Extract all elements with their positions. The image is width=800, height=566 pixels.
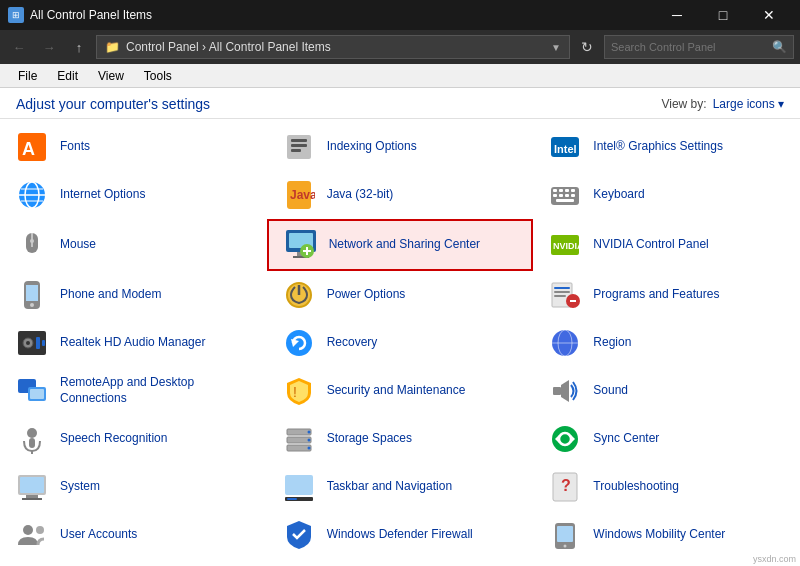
app-icon: ⊞	[8, 7, 24, 23]
grid-item-fonts[interactable]: AFonts	[0, 123, 267, 171]
grid-item-taskbar[interactable]: Taskbar and Navigation	[267, 463, 534, 511]
address-bar[interactable]: 📁 Control Panel › All Control Panel Item…	[96, 35, 570, 59]
svg-text:A: A	[22, 139, 35, 159]
view-by-link[interactable]: Large icons ▾	[713, 97, 784, 111]
system-icon	[14, 469, 50, 505]
menu-item-file[interactable]: File	[8, 67, 47, 85]
svg-point-87	[564, 545, 567, 548]
svg-text:Java: Java	[290, 188, 315, 202]
grid-item-troubleshooting[interactable]: ?Troubleshooting	[533, 463, 800, 511]
grid-item-java[interactable]: JavaJava (32-bit)	[267, 171, 534, 219]
nvidia-label: NVIDIA Control Panel	[593, 237, 708, 253]
maximize-button[interactable]: □	[700, 0, 746, 30]
user-accounts-icon	[14, 517, 50, 553]
menu-item-tools[interactable]: Tools	[134, 67, 182, 85]
grid-item-phone-modem[interactable]: Phone and Modem	[0, 271, 267, 319]
svg-text:?: ?	[561, 477, 571, 494]
grid-item-keyboard[interactable]: Keyboard	[533, 171, 800, 219]
svg-rect-42	[554, 291, 570, 293]
svg-rect-21	[559, 194, 563, 197]
svg-rect-16	[553, 189, 557, 192]
storage-label: Storage Spaces	[327, 431, 412, 447]
svg-rect-66	[287, 437, 311, 443]
svg-rect-63	[29, 438, 35, 448]
svg-rect-19	[571, 189, 575, 192]
remoteapp-icon	[14, 373, 50, 409]
power-options-icon	[281, 277, 317, 313]
grid-item-programs-features[interactable]: Programs and Features	[533, 271, 800, 319]
grid-item-power-options[interactable]: Power Options	[267, 271, 534, 319]
grid-item-windows-mobility[interactable]: Windows Mobility Center	[533, 511, 800, 559]
search-icon[interactable]: 🔍	[772, 40, 787, 54]
svg-point-69	[307, 439, 310, 442]
view-by-label: View by:	[661, 97, 706, 111]
grid-item-indexing-options[interactable]: Indexing Options	[267, 123, 534, 171]
grid-item-system[interactable]: System	[0, 463, 267, 511]
grid-item-windows-defender[interactable]: Windows Defender Firewall	[267, 511, 534, 559]
grid-item-sound[interactable]: Sound	[533, 367, 800, 415]
fonts-label: Fonts	[60, 139, 90, 155]
forward-button[interactable]: →	[36, 34, 62, 60]
system-label: System	[60, 479, 100, 495]
svg-rect-24	[556, 199, 574, 202]
region-label: Region	[593, 335, 631, 351]
svg-rect-18	[565, 189, 569, 192]
search-input[interactable]	[611, 41, 768, 53]
speech-icon	[14, 421, 50, 457]
svg-rect-77	[22, 498, 42, 500]
title-bar: ⊞ All Control Panel Items ─ □ ✕	[0, 0, 800, 30]
troubleshooting-label: Troubleshooting	[593, 479, 679, 495]
grid-item-security-maintenance[interactable]: !Security and Maintenance	[267, 367, 534, 415]
svg-rect-3	[291, 139, 307, 142]
address-text: Control Panel › All Control Panel Items	[126, 40, 545, 54]
address-icon: 📁	[105, 40, 120, 54]
keyboard-icon	[547, 177, 583, 213]
minimize-button[interactable]: ─	[654, 0, 700, 30]
back-button[interactable]: ←	[6, 34, 32, 60]
keyboard-label: Keyboard	[593, 187, 644, 203]
java-label: Java (32-bit)	[327, 187, 394, 203]
recovery-icon	[281, 325, 317, 361]
page-title: Adjust your computer's settings	[16, 96, 210, 112]
grid-item-windows-to[interactable]: Windows To…	[0, 559, 267, 566]
grid-item-recovery[interactable]: Recovery	[267, 319, 534, 367]
grid-item-internet-options[interactable]: Internet Options	[0, 171, 267, 219]
menu-item-edit[interactable]: Edit	[47, 67, 88, 85]
windows-defender-icon	[281, 517, 317, 553]
svg-point-84	[36, 526, 44, 534]
svg-rect-17	[559, 189, 563, 192]
remoteapp-label: RemoteApp and Desktop Connections	[60, 375, 253, 406]
grid-item-realtek[interactable]: Realtek HD Audio Manager	[0, 319, 267, 367]
grid-item-sync[interactable]: Sync Center	[533, 415, 800, 463]
grid-item-user-accounts[interactable]: User Accounts	[0, 511, 267, 559]
grid-item-nvidia[interactable]: NVIDIANVIDIA Control Panel	[533, 219, 800, 271]
storage-icon	[281, 421, 317, 457]
svg-rect-49	[36, 337, 40, 349]
search-bar[interactable]: 🔍	[604, 35, 794, 59]
refresh-button[interactable]: ↻	[574, 34, 600, 60]
indexing-options-label: Indexing Options	[327, 139, 417, 155]
svg-rect-76	[26, 495, 38, 498]
watermark: ysxdn.com	[753, 554, 796, 564]
grid-item-network-sharing[interactable]: Network and Sharing Center	[267, 219, 534, 271]
recovery-label: Recovery	[327, 335, 378, 351]
grid-item-remoteapp[interactable]: RemoteApp and Desktop Connections	[0, 367, 267, 415]
grid-item-intel-graphics[interactable]: IntelIntel® Graphics Settings	[533, 123, 800, 171]
menu-item-view[interactable]: View	[88, 67, 134, 85]
programs-features-label: Programs and Features	[593, 287, 719, 303]
svg-rect-22	[565, 194, 569, 197]
close-button[interactable]: ✕	[746, 0, 792, 30]
svg-rect-43	[554, 295, 566, 297]
grid-item-speech[interactable]: Speech Recognition	[0, 415, 267, 463]
svg-text:Intel: Intel	[554, 143, 577, 155]
svg-rect-78	[285, 475, 313, 495]
up-button[interactable]: ↑	[66, 34, 92, 60]
grid-item-region[interactable]: Region	[533, 319, 800, 367]
grid-item-storage[interactable]: Storage Spaces	[267, 415, 534, 463]
phone-modem-label: Phone and Modem	[60, 287, 161, 303]
grid-item-mouse[interactable]: Mouse	[0, 219, 267, 271]
svg-rect-67	[287, 445, 311, 451]
menu-bar: FileEditViewTools	[0, 64, 800, 88]
title-bar-controls: ─ □ ✕	[654, 0, 792, 30]
sync-icon	[547, 421, 583, 457]
